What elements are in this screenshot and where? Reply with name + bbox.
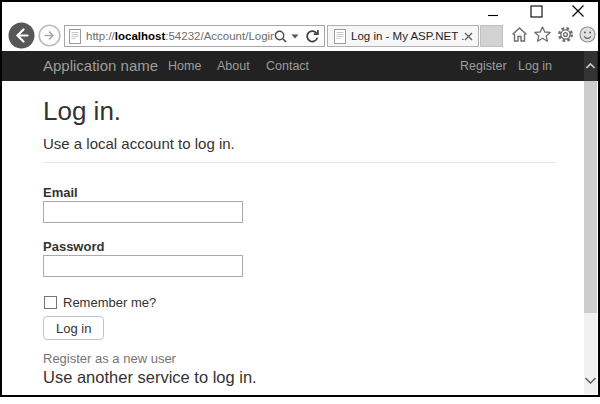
search-icon[interactable] — [274, 30, 287, 43]
url-host: localhost — [115, 30, 165, 42]
browser-window: http://localhost:54232/Account/Login Log… — [0, 0, 600, 404]
tab-title: Log in - My ASP.NET ... — [351, 30, 464, 42]
url-prefix: http:// — [86, 30, 115, 42]
nav-link-login[interactable]: Log in — [518, 51, 552, 81]
site-navbar: Application name Home About Contact Regi… — [2, 51, 598, 81]
address-bar[interactable]: http://localhost:54232/Account/Login — [64, 25, 325, 47]
nav-link-contact[interactable]: Contact — [266, 51, 309, 81]
local-account-subtitle: Use a local account to log in. — [43, 135, 235, 152]
scrollbar-up-arrow-icon[interactable] — [584, 51, 597, 81]
home-icon[interactable] — [511, 26, 528, 43]
url-rest: :54232/Account/Login — [165, 30, 274, 42]
tab-page-icon — [334, 29, 346, 44]
remember-me-label[interactable]: Remember me? — [63, 295, 156, 310]
remember-me-checkbox[interactable] — [44, 296, 57, 309]
minimize-button[interactable] — [484, 5, 502, 21]
page-icon — [69, 29, 81, 44]
nav-link-about[interactable]: About — [217, 51, 250, 81]
url-text: http://localhost:54232/Account/Login — [86, 30, 274, 42]
forward-icon — [38, 35, 61, 50]
back-button[interactable] — [8, 22, 35, 49]
close-icon — [571, 4, 585, 21]
log-in-button[interactable]: Log in — [43, 316, 104, 340]
maximize-button[interactable] — [527, 4, 545, 21]
favorites-star-icon[interactable] — [534, 26, 551, 43]
close-button[interactable] — [568, 3, 588, 21]
scrollbar-thumb[interactable] — [584, 81, 597, 313]
email-field[interactable] — [43, 201, 243, 223]
settings-gear-icon[interactable] — [557, 26, 574, 43]
password-field[interactable] — [43, 255, 243, 277]
back-icon — [8, 37, 35, 52]
feedback-smiley-icon[interactable] — [579, 26, 596, 43]
section-divider — [43, 162, 556, 163]
page-title: Log in. — [43, 96, 121, 127]
new-tab-button[interactable] — [480, 25, 503, 47]
nav-link-register[interactable]: Register — [460, 51, 507, 81]
refresh-button[interactable] — [305, 29, 319, 43]
browser-tab[interactable]: Log in - My ASP.NET ... — [327, 25, 479, 47]
other-service-heading: Use another service to log in. — [43, 368, 257, 387]
forward-button[interactable] — [38, 24, 61, 47]
email-label: Email — [43, 185, 78, 200]
nav-link-home[interactable]: Home — [168, 51, 201, 81]
scrollbar-down-arrow-icon[interactable] — [584, 368, 597, 392]
navbar-brand[interactable]: Application name — [43, 51, 158, 81]
search-dropdown-caret-icon[interactable] — [291, 34, 299, 39]
register-new-user-link[interactable]: Register as a new user — [43, 351, 176, 366]
minimize-icon — [487, 6, 499, 21]
password-label: Password — [43, 239, 104, 254]
maximize-icon — [530, 5, 543, 21]
tab-close-icon[interactable] — [464, 32, 473, 41]
